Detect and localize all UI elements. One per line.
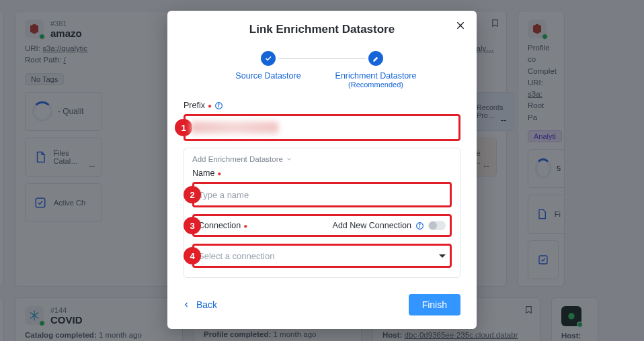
add-enrichment-subpanel: Add Enrichment Datastore Name ● 2 3 Con xyxy=(184,148,460,278)
svg-point-20 xyxy=(419,224,420,224)
add-new-connection-label: Add New Connection xyxy=(333,221,411,230)
prefix-input[interactable] xyxy=(187,117,457,138)
required-indicator: ● xyxy=(243,222,247,230)
info-icon[interactable] xyxy=(214,101,223,110)
modal-overlay: Link Enrichment Datastore Source Datasto… xyxy=(0,0,644,341)
annotation-badge-1: 1 xyxy=(175,119,192,136)
step-2-sublabel: (Recommended) xyxy=(348,81,403,89)
highlight-connection-row: 3 Connection ● Add New Connection xyxy=(192,214,452,237)
link-enrichment-modal: Link Enrichment Datastore Source Datasto… xyxy=(167,11,477,329)
highlight-name-input: 2 xyxy=(192,182,452,207)
add-new-connection-toggle[interactable] xyxy=(428,221,446,230)
stepper: Source Datastore Enrichment Datastore (R… xyxy=(184,51,460,89)
highlight-prefix-input: 1 xyxy=(184,114,460,141)
prefix-label: Prefix ● xyxy=(184,101,460,110)
annotation-badge-2: 2 xyxy=(184,186,201,203)
chevron-down-icon xyxy=(439,254,446,258)
highlight-connection-select: 4 Select a connection xyxy=(192,244,452,268)
connection-label: Connection xyxy=(198,221,241,230)
step-1-label: Source Datastore xyxy=(235,71,300,81)
step-source-datastore[interactable]: Source Datastore xyxy=(211,51,325,81)
check-icon xyxy=(261,51,276,66)
required-indicator: ● xyxy=(217,170,221,177)
subpanel-header[interactable]: Add Enrichment Datastore xyxy=(192,155,452,163)
step-enrichment-datastore[interactable]: Enrichment Datastore (Recommended) xyxy=(319,51,433,89)
name-label: Name ● xyxy=(192,168,452,178)
close-icon[interactable] xyxy=(455,20,466,31)
info-icon[interactable] xyxy=(415,222,424,230)
annotation-badge-4: 4 xyxy=(184,247,201,264)
annotation-badge-3: 3 xyxy=(184,217,201,234)
back-button[interactable]: Back xyxy=(184,299,217,310)
required-indicator: ● xyxy=(208,102,212,109)
finish-button[interactable]: Finish xyxy=(409,294,460,315)
svg-point-17 xyxy=(218,103,219,104)
select-placeholder: Select a connection xyxy=(198,251,274,261)
step-2-label: Enrichment Datastore xyxy=(335,71,417,81)
modal-title: Link Enrichment Datastore xyxy=(184,23,460,36)
blurred-value xyxy=(191,121,278,134)
chevron-down-icon xyxy=(286,156,292,162)
modal-footer: Back Finish xyxy=(184,294,460,315)
edit-icon xyxy=(368,51,383,66)
name-input[interactable] xyxy=(194,184,450,205)
connection-select[interactable]: Select a connection xyxy=(194,246,450,266)
